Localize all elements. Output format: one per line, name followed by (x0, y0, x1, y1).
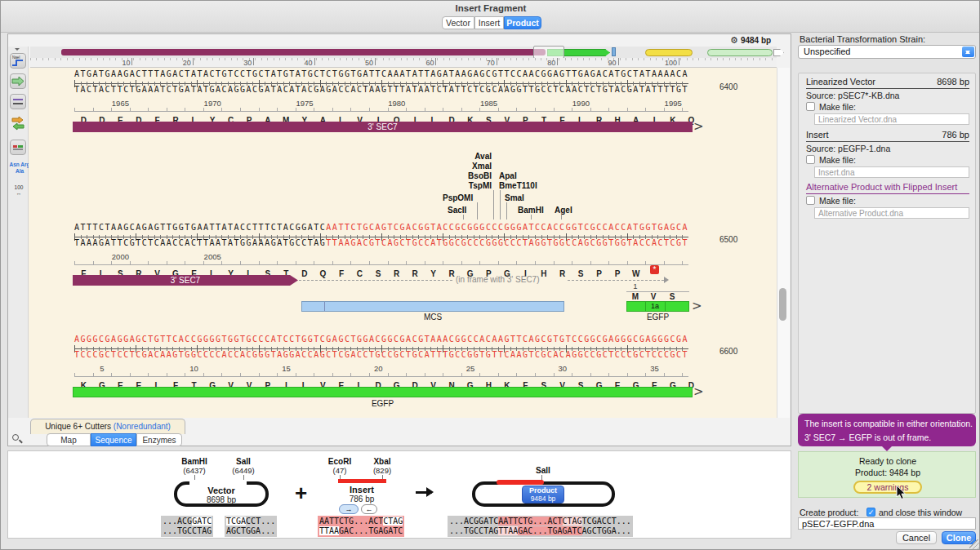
alternative-filename-input[interactable] (814, 207, 969, 219)
horizontal-arrows-icon: ↔ (16, 190, 22, 196)
plus-sign: + (295, 481, 307, 506)
enzyme-label-bsobi[interactable]: BsoBI (468, 171, 492, 180)
enzyme-label-bamhi[interactable]: BamHI (518, 206, 544, 215)
enzyme-label-sacii[interactable]: SacII (448, 206, 466, 215)
codon-number: 5 (100, 364, 104, 373)
enzymes-tool-button[interactable]: NaeI (10, 53, 26, 69)
enzyme-site-tick (500, 190, 501, 220)
primers-tool-button[interactable] (10, 94, 26, 109)
translations-tool-button[interactable]: Asn Arg Ala (9, 162, 30, 174)
ruler-major-tick (375, 58, 376, 65)
insert-reverse-button[interactable]: ← (361, 504, 377, 514)
amino-acid: F (332, 269, 351, 278)
vertical-scrollbar[interactable] (777, 68, 790, 418)
orientation-notice: The insert is compatible in either orien… (798, 414, 976, 446)
overview-sec7-feature[interactable] (61, 49, 546, 55)
inframe-dash-right (568, 280, 664, 281)
overview-yellow-feature[interactable] (645, 49, 693, 56)
inframe-dash-left (299, 280, 452, 281)
codon-number: 1995 (665, 99, 682, 108)
ruler-tool-button[interactable]: 100↔ (10, 184, 28, 196)
enzyme-label-tspmi[interactable]: TspMI (469, 181, 492, 190)
top-strand[interactable]: ATTTCTAAGCAGAGTTGGTGAATTATACCTTTCTACGGAT… (74, 223, 688, 232)
alignments-tool-button[interactable] (10, 140, 26, 155)
cancel-button[interactable]: Cancel (896, 531, 937, 544)
resize-grip[interactable] (969, 539, 979, 549)
egfp-exon-label: 1a (645, 302, 665, 311)
ruler-label: 10 (122, 59, 130, 67)
feature-bar-sec7-end[interactable]: 3' SEC7 (73, 275, 298, 286)
dropdown-stepper-icon[interactable] (962, 47, 974, 57)
top-strand[interactable]: AGGGCGAGGAGCTGTTCACCGGGGTGGTGCCCATCCTGGT… (74, 335, 688, 344)
overview-viewport-handle[interactable] (533, 46, 564, 59)
feature-continues-icon (692, 300, 702, 312)
vector-size: 8698 bp (207, 495, 236, 504)
codon-number: 2005 (204, 252, 221, 261)
feature-continues-icon (693, 121, 704, 132)
enzyme-label-agei[interactable]: AgeI (555, 206, 572, 215)
alignment-icon (11, 140, 25, 154)
scrollbar-thumb[interactable] (779, 288, 786, 321)
make-file-checkbox[interactable] (806, 102, 815, 111)
codon-number: 1975 (296, 99, 313, 108)
features-tool-button[interactable] (10, 73, 26, 89)
top-strand[interactable]: ATGATGAAGACTTTAGACTATACTGTCCTGCTATGTATGC… (74, 69, 688, 78)
egfp-feature-start-bar[interactable]: 1a (626, 301, 689, 312)
gear-icon[interactable]: ⚙ (730, 35, 738, 45)
tab-vector[interactable]: Vector (442, 16, 474, 29)
bottom-strand[interactable]: TACTACTTCTGAAATCTGATATGACAGGACGATACATACG… (74, 85, 688, 94)
enzyme-label-xmai[interactable]: XmaI (472, 162, 492, 171)
view-tab-enzymes[interactable]: Enzymes (136, 433, 182, 446)
ruler-major-tick (131, 58, 132, 65)
insert-filename-input[interactable] (814, 166, 969, 178)
product-name-input[interactable] (798, 517, 976, 530)
enzyme-label-avai[interactable]: AvaI (474, 152, 492, 161)
bottom-strand[interactable]: TCCCGCTCCTCGACAAGTGGCCCCACCACGGGTAGGACCA… (74, 350, 688, 359)
egfp-aa-m: M (632, 292, 639, 301)
view-tab-sequence[interactable]: Sequence (91, 433, 136, 446)
ruler-major-tick (193, 58, 194, 65)
insert-source: Source: pEGFP-1.dna (806, 144, 890, 153)
codon-number: 1970 (204, 99, 221, 108)
mcs-feature-bar[interactable] (301, 301, 564, 312)
enzyme-label-smai[interactable]: SmaI (505, 193, 524, 202)
alternative-product-header: Alternative Product with Flipped Insert (806, 182, 969, 194)
ruler-major-tick (253, 58, 254, 65)
insert-forward-button[interactable]: → (339, 504, 359, 514)
feature-bar-egfp[interactable] (73, 387, 693, 397)
make-file-label: Make file: (819, 196, 856, 206)
enzyme-label-bmet110i[interactable]: BmeT110I (499, 181, 537, 190)
amino-acid: W (626, 269, 645, 278)
warnings-button[interactable]: 2 warnings (853, 481, 922, 494)
amino-acid: S (369, 269, 388, 278)
search-icon[interactable] (12, 434, 23, 445)
amino-acid: Q (314, 269, 332, 278)
feature-bar-sec7[interactable]: 3' SEC7 (73, 122, 693, 132)
overview-lightgreen-feature[interactable] (707, 49, 773, 56)
tab-product[interactable]: Product (504, 16, 541, 29)
window-title: Insert Fragment (1, 3, 980, 13)
nonredundant-link[interactable]: (Nonredundant) (114, 422, 171, 431)
strain-dropdown[interactable]: Unspecified (798, 45, 976, 59)
enzyme-site-tick (463, 215, 464, 220)
ready-to-clone-box: Ready to clone Product: 9484 bp 2 warnin… (798, 451, 976, 498)
ruler-label: 50 (365, 59, 373, 67)
close-window-checkbox[interactable]: ✓ (866, 508, 875, 517)
make-file-checkbox[interactable] (806, 155, 815, 164)
bottom-strand[interactable]: TAAAGATTCGTCTCAACCACTTAATATGGAAAGATGCCTA… (74, 238, 688, 247)
linearized-vector-filename-input[interactable] (814, 113, 969, 125)
amino-acid-row: DDEDFRLYCPAMYALVIQILDKSVPTELRHAIKQ (74, 112, 701, 121)
view-tab-map[interactable]: Map (47, 433, 91, 446)
enzyme-label-apai[interactable]: ApaI (499, 171, 517, 180)
egfp-aa-v: V (651, 292, 657, 301)
vector-right-end-seq: TCGACCT...AGCTGGA... (225, 516, 277, 537)
enzyme-label-pspomi[interactable]: PspOMI (443, 193, 473, 202)
cutters-tab[interactable]: Unique 6+ Cutters (Nonredundant) (30, 419, 185, 434)
overview-small-feature[interactable] (612, 47, 616, 56)
tab-insert[interactable]: Insert (474, 16, 504, 29)
enzyme-cut-icon: NaeI (11, 54, 25, 68)
codon-numbers: 20002005 (74, 252, 695, 260)
orfs-tool-button[interactable] (11, 116, 27, 134)
make-file-checkbox[interactable] (806, 196, 815, 205)
amino-acid: D (296, 269, 314, 278)
